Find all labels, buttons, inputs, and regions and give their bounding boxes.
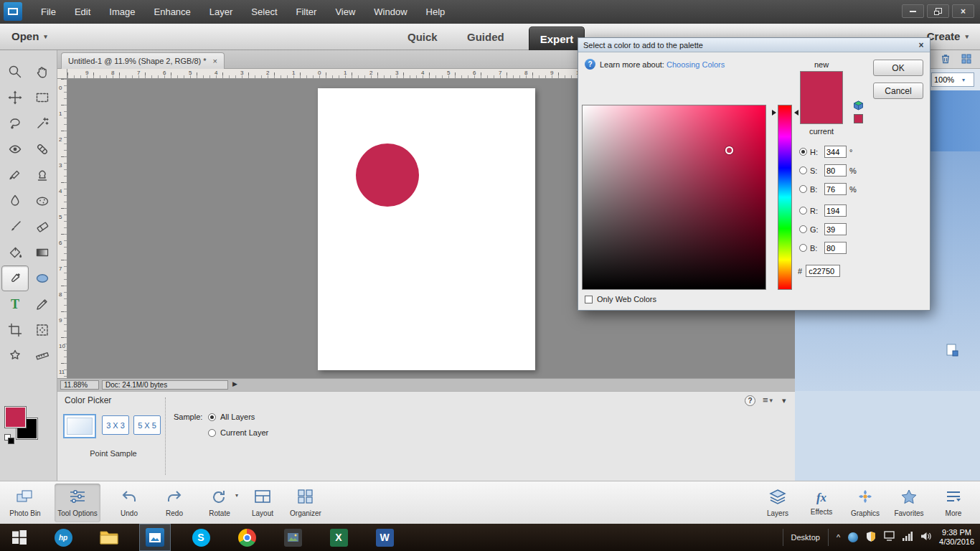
layers-button[interactable]: Layers bbox=[755, 484, 801, 522]
hue-input[interactable] bbox=[824, 146, 847, 158]
tray-network-sphere-icon[interactable] bbox=[848, 532, 858, 542]
hand-tool[interactable] bbox=[29, 59, 56, 85]
all-layers-radio[interactable]: All Layers bbox=[208, 413, 255, 421]
taskbar-photoshop-elements-icon[interactable] bbox=[139, 524, 171, 551]
undo-button[interactable]: Undo bbox=[106, 484, 152, 522]
gradient-tool[interactable] bbox=[29, 240, 56, 265]
crop-tool[interactable] bbox=[1, 317, 29, 343]
sample-size-1x1-swatch[interactable] bbox=[63, 414, 96, 438]
favorites-button[interactable]: Favorites bbox=[886, 484, 932, 522]
red-input[interactable] bbox=[824, 204, 847, 217]
menu-edit[interactable]: Edit bbox=[65, 0, 100, 24]
dialog-close-icon[interactable]: × bbox=[916, 40, 926, 50]
organizer-button[interactable]: Organizer bbox=[283, 484, 329, 522]
brightness-input[interactable] bbox=[824, 183, 847, 195]
effects-button[interactable]: fx Effects bbox=[798, 484, 844, 522]
photo-bin-button[interactable]: Photo Bin bbox=[2, 484, 48, 522]
move-tool[interactable] bbox=[1, 85, 29, 110]
menu-view[interactable]: View bbox=[326, 0, 364, 24]
taskbar-chrome-icon[interactable] bbox=[231, 524, 263, 551]
hue-slider-arrow-right[interactable] bbox=[794, 110, 798, 116]
caret-down-icon[interactable]: ▾ bbox=[235, 492, 238, 499]
tray-volume-icon[interactable] bbox=[920, 531, 931, 544]
smart-brush-tool[interactable] bbox=[1, 162, 29, 188]
type-tool[interactable]: T bbox=[1, 291, 29, 317]
menu-file[interactable]: File bbox=[32, 0, 65, 24]
brush-tool[interactable] bbox=[1, 214, 29, 240]
saturation-radio[interactable] bbox=[799, 166, 807, 174]
brightness-radio[interactable] bbox=[799, 185, 807, 193]
redo-button[interactable]: Redo bbox=[151, 484, 197, 522]
sample-size-3x3-button[interactable]: 3 X 3 bbox=[102, 415, 129, 435]
taskbar-clock[interactable]: 9:38 PM 4/30/2016 bbox=[939, 528, 974, 547]
choosing-colors-link[interactable]: Choosing Colors bbox=[666, 60, 725, 69]
minimize-button[interactable] bbox=[902, 4, 924, 18]
blue-input[interactable] bbox=[824, 242, 847, 254]
spot-healing-tool[interactable] bbox=[29, 136, 56, 162]
tab-quick[interactable]: Quick bbox=[407, 31, 438, 43]
hue-radio[interactable] bbox=[799, 148, 807, 156]
taskbar-hp-icon[interactable]: hp bbox=[47, 524, 79, 551]
blue-radio[interactable] bbox=[799, 244, 807, 252]
lasso-tool[interactable] bbox=[1, 110, 29, 136]
zoom-value-field[interactable] bbox=[932, 75, 962, 84]
sample-size-5x5-button[interactable]: 5 X 5 bbox=[133, 415, 161, 435]
quick-selection-tool[interactable] bbox=[29, 110, 56, 136]
tray-chevron-up-icon[interactable]: ^ bbox=[837, 533, 840, 542]
trash-icon[interactable] bbox=[940, 53, 951, 67]
cancel-button[interactable]: Cancel bbox=[873, 83, 923, 99]
tab-guided[interactable]: Guided bbox=[467, 31, 504, 43]
paint-bucket-tool[interactable] bbox=[1, 240, 29, 265]
help-icon[interactable]: ? bbox=[745, 395, 755, 406]
tool-options-button[interactable]: Tool Options bbox=[55, 484, 100, 522]
clone-stamp-tool[interactable] bbox=[29, 162, 56, 188]
red-radio[interactable] bbox=[799, 207, 807, 215]
more-button[interactable]: More bbox=[930, 484, 976, 522]
status-menu-arrow-icon[interactable]: ▶ bbox=[232, 380, 237, 387]
recompose-tool[interactable] bbox=[29, 317, 56, 343]
start-button[interactable] bbox=[0, 524, 39, 551]
menu-select[interactable]: Select bbox=[242, 0, 286, 24]
tray-security-shield-icon[interactable] bbox=[866, 531, 876, 545]
pencil-tool[interactable] bbox=[29, 291, 56, 317]
layout-button[interactable]: Layout bbox=[240, 484, 286, 522]
foreground-color-swatch[interactable] bbox=[5, 407, 26, 428]
current-color-swatch[interactable] bbox=[801, 105, 842, 123]
green-input[interactable] bbox=[824, 223, 847, 235]
zoom-level-field[interactable]: 11.88% bbox=[60, 380, 99, 390]
menu-layer[interactable]: Layer bbox=[200, 0, 242, 24]
create-button[interactable]: Create ▾ bbox=[927, 30, 969, 42]
rotate-button[interactable]: Rotate ▾ bbox=[197, 484, 242, 522]
ok-button[interactable]: OK bbox=[873, 60, 923, 76]
taskbar-file-explorer-icon[interactable] bbox=[93, 524, 125, 551]
default-colors-icon[interactable] bbox=[4, 434, 16, 446]
hex-input[interactable] bbox=[806, 265, 840, 277]
only-web-colors-checkbox[interactable]: Only Web Colors bbox=[585, 295, 656, 303]
taskbar-excel-icon[interactable]: X bbox=[323, 524, 354, 551]
straighten-tool[interactable] bbox=[29, 343, 56, 369]
help-icon[interactable]: ? bbox=[585, 59, 595, 70]
gamut-cube-icon[interactable] bbox=[853, 100, 864, 113]
current-layer-radio[interactable]: Current Layer bbox=[208, 428, 268, 437]
restore-button[interactable] bbox=[927, 4, 949, 18]
red-eye-tool[interactable] bbox=[1, 136, 29, 162]
taskbar-word-icon[interactable]: W bbox=[369, 524, 400, 551]
close-button[interactable]: × bbox=[952, 4, 974, 18]
tab-close-icon[interactable]: × bbox=[213, 57, 217, 65]
tray-signal-icon[interactable] bbox=[903, 531, 913, 544]
green-radio[interactable] bbox=[799, 225, 807, 233]
menu-enhance[interactable]: Enhance bbox=[145, 0, 200, 24]
menu-window[interactable]: Window bbox=[364, 0, 416, 24]
blur-tool[interactable] bbox=[1, 188, 29, 214]
collapse-panel-icon[interactable]: ▾ bbox=[782, 396, 786, 405]
graphics-button[interactable]: Graphics bbox=[842, 484, 888, 522]
shape-tool[interactable] bbox=[29, 265, 56, 291]
hue-slider[interactable] bbox=[778, 105, 792, 290]
web-safe-swatch[interactable] bbox=[854, 114, 863, 123]
eyedropper-tool[interactable] bbox=[1, 265, 29, 291]
desktop-toolbar-label[interactable]: Desktop bbox=[791, 533, 820, 542]
swatch-grid-icon[interactable] bbox=[961, 54, 971, 67]
document-tab[interactable]: Untitled-1 @ 11.9% (Shape 2, RGB/8) * × bbox=[61, 52, 225, 69]
taskbar-photo-viewer-icon[interactable] bbox=[277, 524, 308, 551]
eraser-tool[interactable] bbox=[29, 214, 56, 240]
